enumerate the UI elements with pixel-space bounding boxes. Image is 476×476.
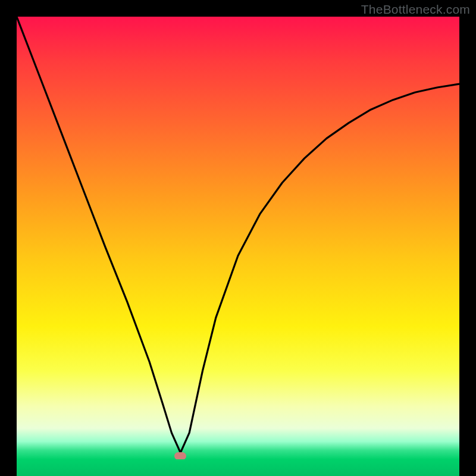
- chart-frame: TheBottleneck.com: [0, 0, 476, 476]
- watermark-text: TheBottleneck.com: [361, 2, 470, 17]
- bottleneck-curve: [17, 17, 459, 459]
- footer-green-strip: [17, 459, 459, 476]
- plot-area: [17, 17, 459, 459]
